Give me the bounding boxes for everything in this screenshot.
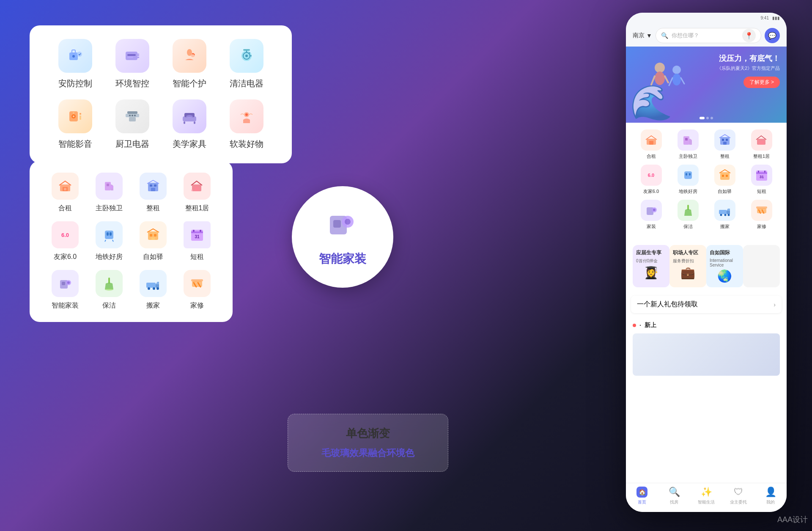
phone-cat-ziru[interactable]: 自如驿 xyxy=(706,165,743,195)
service-international[interactable]: 自如国际 International Service 🌏 xyxy=(706,245,743,287)
phone-cat-whole1[interactable]: 整租1居 xyxy=(743,129,780,160)
phone-cat-cleaning2[interactable]: 保洁 xyxy=(669,200,706,230)
category-environment[interactable]: 环境智控 xyxy=(104,39,161,89)
location-icon: 📍 xyxy=(745,32,753,40)
frosted-text-2: 毛玻璃效果融合环境色 xyxy=(302,447,434,459)
rental-whole1[interactable]: 整租1居 xyxy=(175,173,219,213)
category-decoration[interactable]: 软装好物 xyxy=(218,99,275,150)
rental-moving[interactable]: 搬家 xyxy=(131,270,175,310)
category-audio[interactable]: 智能影音 xyxy=(47,99,104,150)
svg-rect-43 xyxy=(154,184,156,187)
phone-banner[interactable]: 🌊 没压力，有底气！ 《乐队的夏天2》官方指定产品 了解更多 > xyxy=(626,47,787,123)
rental-shared[interactable]: 合租 xyxy=(43,173,87,213)
search-bar[interactable]: 🔍 你想住哪？ 📍 xyxy=(656,28,761,43)
svg-point-25 xyxy=(132,115,133,116)
location-button[interactable]: 📍 xyxy=(742,29,756,42)
rental-short[interactable]: 31 短租 xyxy=(175,221,219,261)
category-kitchen[interactable]: 厨卫电器 xyxy=(104,99,161,150)
category-personal[interactable]: 智能个护 xyxy=(161,39,218,89)
phone-notification[interactable]: 一个新人礼包待领取 › xyxy=(631,296,782,313)
service-worker-icon: 💼 xyxy=(673,266,703,280)
phone-cat-short[interactable]: 31 短租 xyxy=(743,165,780,195)
city-selector[interactable]: 南京 ▼ xyxy=(633,32,652,39)
svg-rect-47 xyxy=(191,190,193,191)
cleaning-icon xyxy=(230,39,263,73)
nav-home-icon: 🏠 xyxy=(636,487,647,498)
rental-metro[interactable]: 地铁好房 xyxy=(87,221,131,261)
nav-smart-life[interactable]: ✨ 智能生活 xyxy=(690,487,722,505)
nav-mine[interactable]: 👤 我的 xyxy=(754,487,787,505)
phone-decoration2-label: 家装 xyxy=(647,223,656,230)
nav-owner[interactable]: 🛡 业主委托 xyxy=(722,487,754,505)
youjia-label: 友家6.0 xyxy=(54,253,77,261)
svg-rect-37 xyxy=(64,188,66,190)
svg-rect-91 xyxy=(684,171,692,179)
new-listing-section: · 新上 xyxy=(626,316,787,381)
decoration-label: 软装好物 xyxy=(230,138,263,150)
nav-home[interactable]: 🏠 首页 xyxy=(626,487,658,505)
phone-short-label: 短租 xyxy=(757,188,766,195)
banner-figures xyxy=(643,55,694,107)
nav-search-icon: 🔍 xyxy=(669,487,680,498)
phone-master-icon xyxy=(678,129,699,151)
svg-point-40 xyxy=(110,186,113,188)
service-graduate[interactable]: 应届生专享 0首付0押金 👩‍🎓 xyxy=(633,245,669,287)
phone-shared-icon xyxy=(641,129,662,151)
rental-master[interactable]: 主卧独卫 xyxy=(87,173,131,213)
phone-cat-youjia[interactable]: 6.0 友家6.0 xyxy=(633,165,669,195)
svg-rect-101 xyxy=(764,171,765,173)
phone-cat-shared[interactable]: 合租 xyxy=(633,129,669,160)
rental-whole[interactable]: 整租 xyxy=(131,173,175,213)
rental-repair[interactable]: 家修 xyxy=(175,270,219,310)
master-icon xyxy=(96,173,123,200)
svg-point-79 xyxy=(672,66,681,74)
phone-moving-icon xyxy=(714,200,735,221)
decoration-icon xyxy=(230,99,263,133)
cleaning-label: 清洁电器 xyxy=(230,78,263,89)
svg-rect-111 xyxy=(757,208,766,213)
banner-btn[interactable]: 了解更多 > xyxy=(743,77,780,88)
phone-categories: 合租 主卧独卫 整租 整租1居 xyxy=(626,123,787,237)
category-cleaning[interactable]: 清洁电器 xyxy=(218,39,275,89)
rental-cleaning2[interactable]: 保洁 xyxy=(87,270,131,310)
personal-label: 智能个护 xyxy=(173,78,206,89)
status-bar-battery: ▮▮▮ xyxy=(772,16,780,20)
message-button[interactable]: 💬 xyxy=(765,28,780,43)
phone-cat-whole[interactable]: 整租 xyxy=(706,129,743,160)
svg-rect-72 xyxy=(191,279,203,281)
phone-metro-label: 地铁好房 xyxy=(679,188,697,195)
phone-cat-repair[interactable]: 家修 xyxy=(743,200,780,230)
svg-rect-84 xyxy=(685,138,688,140)
rental-decoration2[interactable]: 智能家装 xyxy=(43,270,87,310)
city-name: 南京 xyxy=(633,32,645,39)
bottom-nav: 🏠 首页 🔍 找房 ✨ 智能生活 🛡 业主委托 👤 我的 xyxy=(626,483,787,512)
new-listing-label: 新上 xyxy=(645,322,656,329)
svg-rect-64 xyxy=(62,282,65,285)
phone-cat-master[interactable]: 主卧独卫 xyxy=(669,129,706,160)
rental-youjia[interactable]: 6.0 友家6.0 xyxy=(43,221,87,261)
phone-short-icon: 31 xyxy=(751,165,772,186)
section-header: · 新上 xyxy=(633,322,780,329)
audio-label: 智能影音 xyxy=(58,138,92,150)
rental-ziru[interactable]: 自如驿 xyxy=(131,221,175,261)
svg-rect-65 xyxy=(108,278,110,283)
phone-cat-moving[interactable]: 搬家 xyxy=(706,200,743,230)
smart-home-grid: 安防控制 环境智控 xyxy=(47,39,275,150)
shared-label: 合租 xyxy=(58,204,72,213)
phone-cat-decoration2[interactable]: 家装 xyxy=(633,200,669,230)
svg-text:31: 31 xyxy=(759,175,763,179)
service-intl-title: 自如国际 xyxy=(710,249,740,256)
category-security[interactable]: 安防控制 xyxy=(47,39,104,89)
service-worker[interactable]: 职场人专区 服务费折扣 💼 xyxy=(669,245,706,287)
section-title: · xyxy=(639,322,641,329)
nav-smart-life-icon: ✨ xyxy=(701,487,712,498)
category-furniture[interactable]: 美学家具 xyxy=(161,99,218,150)
whole1-icon xyxy=(184,173,211,200)
nav-search[interactable]: 🔍 找房 xyxy=(658,487,690,505)
phone-cat-metro[interactable]: 地铁好房 xyxy=(669,165,706,195)
city-chevron: ▼ xyxy=(646,32,652,39)
shared-icon xyxy=(52,173,79,200)
phone-header: 南京 ▼ 🔍 你想住哪？ 📍 💬 xyxy=(626,23,787,47)
phone-metro-icon xyxy=(678,165,699,186)
phone-ziru-icon xyxy=(714,165,735,186)
